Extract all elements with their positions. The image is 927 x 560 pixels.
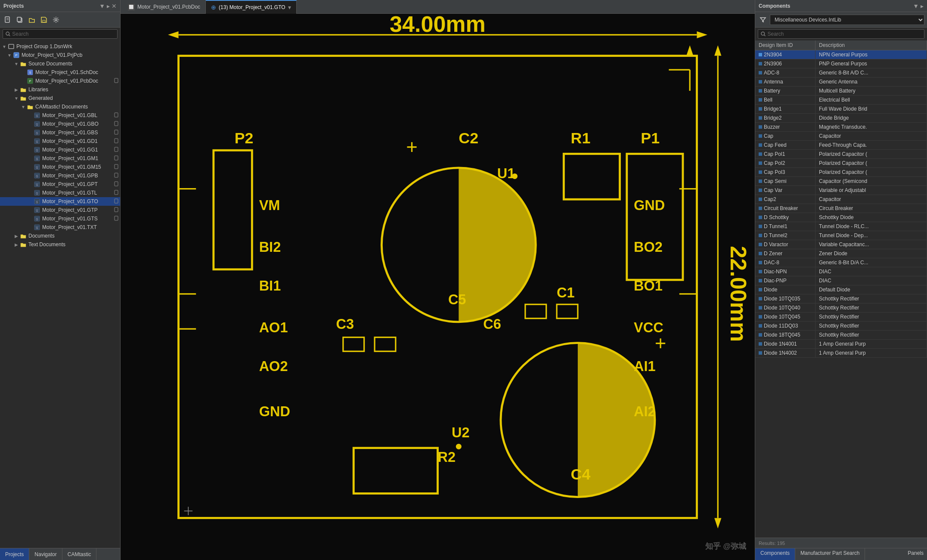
tree-item-gpb-file[interactable]: GMotor_Project_v01.GPB (0, 171, 120, 180)
table-row[interactable]: Cap Pol3 Polarized Capacitor ( (755, 168, 927, 177)
gto-tab-close[interactable]: ▾ (288, 4, 291, 11)
tree-item-source-docs[interactable]: ▼Source Documents (0, 59, 120, 68)
tree-item-text-docs[interactable]: ▶Text Documents (0, 240, 120, 249)
table-row[interactable]: Cap Pol1 Polarized Capacitor ( (755, 150, 927, 159)
table-row[interactable]: Antenna Generic Antenna (755, 77, 927, 87)
tree-item-gg1-file[interactable]: GMotor_Project_v01.GG1 (0, 145, 120, 154)
tree-item-gm1-file[interactable]: GMotor_Project_v01.GM1 (0, 154, 120, 163)
table-row[interactable]: D Tunnel2 Tunnel Diode - Dep... (755, 231, 927, 240)
tree-icon-sch-file: S (27, 69, 34, 76)
table-row[interactable]: ADC-8 Generic 8-Bit A/D C... (755, 68, 927, 77)
table-row[interactable]: Cap Pol2 Polarized Capacitor ( (755, 159, 927, 168)
table-row[interactable]: Diode 10TQ045 Schottky Rectifier (755, 312, 927, 322)
table-row[interactable]: D Varactor Variable Capacitanc... (755, 240, 927, 249)
tree-item-pcb-file[interactable]: PMotor_Project_v01.PcbDoc (0, 77, 120, 85)
tree-item-gd1-file[interactable]: GMotor_Project_v01.GD1 (0, 137, 120, 145)
svg-rect-16 (115, 78, 118, 83)
comp-color-dot (759, 161, 762, 165)
tree-item-sch-file[interactable]: SMotor_Project_v01.SchDoc (0, 68, 120, 77)
tree-item-generated[interactable]: ▼Generated (0, 94, 120, 102)
table-row[interactable]: Diac-PNP DIAC (755, 276, 927, 285)
tree-item-gtp-file[interactable]: GMotor_Project_v01.GTP (0, 206, 120, 214)
open-folder-button[interactable] (27, 15, 37, 24)
tree-item-gts-file[interactable]: GMotor_Project_v01.GTS (0, 214, 120, 223)
table-row[interactable]: Diode 10TQ035 Schottky Rectifier (755, 294, 927, 303)
tree-item-motor-project[interactable]: ▼PMotor_Project_V01.PrjPcb (0, 51, 120, 59)
table-row[interactable]: Cap2 Capacitor (755, 195, 927, 204)
pcb-canvas[interactable]: 34.00mm 22.00mm P2 C2 U1 (121, 14, 755, 560)
table-row[interactable]: Diode 11DQ03 Schottky Rectifier (755, 322, 927, 331)
table-row[interactable]: Cap Semi Capacitor (Semicond (755, 177, 927, 186)
svg-point-130 (761, 32, 765, 35)
table-row[interactable]: Cap Var Variable or Adjustabl (755, 186, 927, 195)
library-selector[interactable]: Miscellaneous Devices.IntLib (770, 15, 924, 25)
camtastic-tab[interactable]: CAMtastic (62, 548, 97, 560)
table-row[interactable]: Diode 10TQ040 Schottky Rectifier (755, 303, 927, 312)
table-row[interactable]: 2N3904 NPN General Purpos (755, 50, 927, 59)
navigator-tab[interactable]: Navigator (29, 548, 62, 560)
table-row[interactable]: Buzzer Magnetic Transduce. (755, 123, 927, 132)
settings-button[interactable] (51, 15, 61, 24)
left-search-input[interactable] (12, 31, 115, 37)
svg-point-86 (512, 173, 518, 179)
comp-desc: NPN General Purpos (815, 50, 927, 59)
right-expand-icon[interactable]: ▸ (921, 3, 924, 9)
svg-text:C3: C3 (336, 316, 354, 332)
minimize-icon[interactable]: ▼ (99, 3, 105, 9)
table-row[interactable]: Battery Multicell Battery (755, 87, 927, 96)
manufacturer-bottom-tab[interactable]: Manufacturer Part Search (795, 548, 865, 560)
tree-item-documents[interactable]: ▶Documents (0, 232, 120, 240)
table-row[interactable]: D Schottky Schottky Diode (755, 213, 927, 222)
table-row[interactable]: D Zener Zener Diode (755, 249, 927, 258)
gto-tab[interactable]: ⊕ (13) Motor_Project_v01.GTO ▾ (206, 0, 297, 14)
comp-id: Cap Feed (764, 142, 787, 148)
tree-item-project-group[interactable]: ▼Project Group 1.DsnWrk (0, 42, 120, 51)
tree-item-camtastic-docs[interactable]: ▼CAMtastic! Documents (0, 102, 120, 111)
tree-arrow-text-docs: ▶ (14, 242, 19, 247)
table-row[interactable]: 2N3906 PNP General Purpos (755, 59, 927, 68)
svg-text:GND: GND (634, 198, 665, 213)
tree-item-txt-file[interactable]: GMotor_Project_v01.TXT (0, 223, 120, 232)
svg-rect-64 (115, 207, 118, 212)
tree-item-gbo-file[interactable]: GMotor_Project_v01.GBO (0, 120, 120, 128)
table-row[interactable]: Diode 1N4002 1 Amp General Purp (755, 349, 927, 358)
table-row[interactable]: Bridge2 Diode Bridge (755, 114, 927, 123)
tree-item-gm15-file[interactable]: GMotor_Project_v01.GM15 (0, 163, 120, 171)
tree-item-gbl-file[interactable]: GMotor_Project_v01.GBL (0, 111, 120, 120)
expand-icon[interactable]: ▸ (107, 3, 110, 9)
right-minimize-icon[interactable]: ▼ (913, 3, 919, 9)
right-search-input[interactable] (768, 31, 922, 37)
table-row[interactable]: DAC-8 Generic 8-Bit D/A C... (755, 258, 927, 267)
save-button[interactable] (39, 15, 49, 24)
tree-item-gpt-file[interactable]: GMotor_Project_v01.GPT (0, 180, 120, 189)
svg-rect-36 (115, 147, 118, 152)
copy-button[interactable] (15, 15, 25, 24)
table-row[interactable]: Diode 18TQ045 Schottky Rectifier (755, 331, 927, 340)
close-icon[interactable]: ✕ (112, 3, 117, 9)
projects-tab[interactable]: Projects (0, 548, 29, 560)
table-row[interactable]: Bridge1 Full Wave Diode Brid (755, 105, 927, 114)
svg-rect-68 (115, 216, 118, 220)
tree-label-motor-project: Motor_Project_V01.PrjPcb (22, 52, 82, 58)
table-row[interactable]: Diode Default Diode (755, 285, 927, 294)
table-row[interactable]: Diac-NPN DIAC (755, 267, 927, 276)
components-bottom-tab[interactable]: Components (755, 548, 795, 560)
th-design-item-id: Design Item ID (755, 40, 815, 50)
left-search-box (3, 29, 118, 39)
table-row[interactable]: Cap Capacitor (755, 132, 927, 141)
center-panel: 🔲 Motor_Project_v01.PcbDoc ⊕ (13) Motor_… (121, 0, 755, 560)
table-row[interactable]: Bell Electrical Bell (755, 96, 927, 105)
table-row[interactable]: D Tunnel1 Tunnel Diode - RLC... (755, 222, 927, 231)
filter-button[interactable] (758, 15, 768, 24)
pcbdoc-tab[interactable]: 🔲 Motor_Project_v01.PcbDoc (122, 0, 206, 14)
new-file-button[interactable] (3, 15, 13, 24)
tree-item-gbs-file[interactable]: GMotor_Project_v01.GBS (0, 128, 120, 137)
table-row[interactable]: Cap Feed Feed-Through Capa. (755, 141, 927, 150)
panels-label[interactable]: Panels (904, 548, 927, 560)
tree-item-gto-file[interactable]: GMotor_Project_v01.GTO (0, 197, 120, 206)
table-row[interactable]: Diode 1N4001 1 Amp General Purp (755, 340, 927, 349)
tree-item-libraries[interactable]: ▶Libraries (0, 85, 120, 94)
svg-text:G: G (36, 140, 38, 143)
table-row[interactable]: Circuit Breaker Circuit Breaker (755, 204, 927, 213)
tree-item-gtl-file[interactable]: GMotor_Project_v01.GTL (0, 189, 120, 197)
